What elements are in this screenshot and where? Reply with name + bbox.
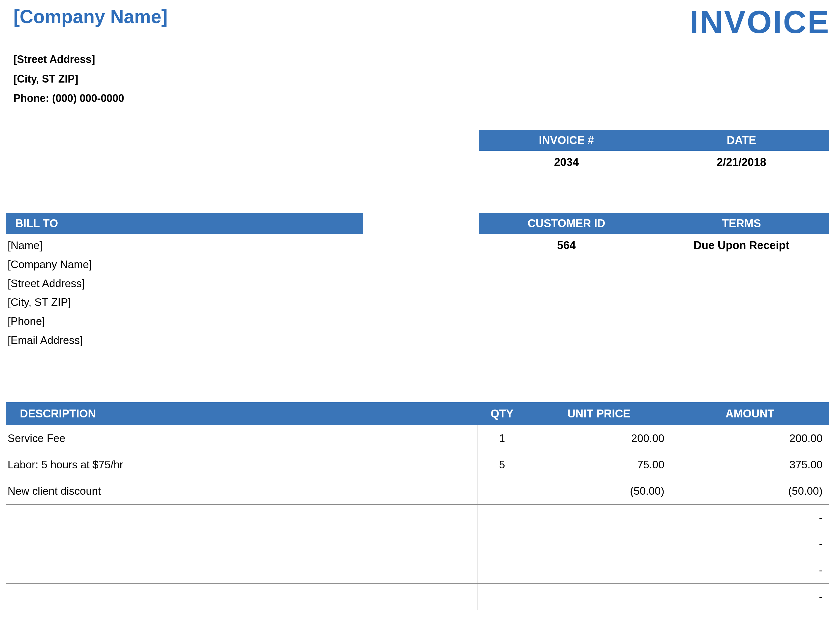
company-city-st-zip: [City, ST ZIP] bbox=[13, 69, 830, 89]
company-phone: Phone: (000) 000-0000 bbox=[13, 89, 830, 108]
company-street: [Street Address] bbox=[13, 50, 830, 69]
company-address-block: [Street Address] [City, ST ZIP] Phone: (… bbox=[6, 50, 830, 108]
invoice-title: INVOICE bbox=[690, 6, 830, 38]
company-name: [Company Name] bbox=[6, 6, 167, 28]
